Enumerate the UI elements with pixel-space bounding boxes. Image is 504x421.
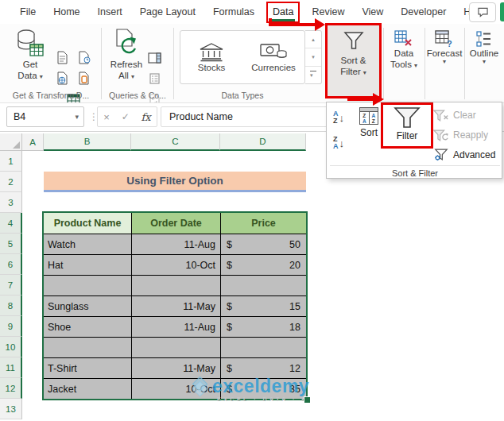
column-header-b[interactable]: B [44,133,131,151]
sort-filter-button[interactable]: Filter▾ [340,66,366,79]
column-header-c[interactable]: C [131,133,220,151]
product-cell[interactable]: Sunglass [44,295,131,316]
reapply-button[interactable]: Reapply [433,127,488,143]
column-header-a[interactable]: A [22,133,44,151]
excel-window: File Home Insert Page Layout Formulas Da… [0,0,504,421]
tab-file[interactable]: File [11,2,45,22]
bank-icon [199,42,224,63]
share-button-edge[interactable] [500,2,504,21]
queries-connections-icon[interactable] [148,52,161,64]
product-cell[interactable]: Hat [44,254,131,275]
price-cell[interactable]: $35 [220,378,306,399]
sort-button[interactable]: ZA AZ Sort [355,107,382,138]
get-data-button[interactable]: Get Data▾ [10,29,51,83]
row-header-12[interactable]: 12 [0,378,22,399]
product-cell[interactable] [44,337,131,357]
outline-button[interactable]: Outline ▾ [466,30,502,65]
comment-icon [477,7,489,17]
gallery-scroll-down[interactable]: ▾ [305,48,321,66]
row-header-11[interactable]: 11 [0,357,22,378]
advanced-button[interactable]: Advanced [433,147,495,163]
from-text-file-icon[interactable] [57,51,68,64]
header-cell-order-date[interactable]: Order Date [131,213,220,234]
row-header-4[interactable]: 4 [0,213,22,234]
chevron-down-icon[interactable]: ▾ [75,114,83,120]
tab-view[interactable]: View [353,2,392,22]
row-header-5[interactable]: 5 [0,234,22,254]
row-header-8[interactable]: 8 [0,295,22,316]
insert-function-icon[interactable]: fx [141,111,150,123]
name-box-value: B4 [7,111,75,122]
header-cell-price[interactable]: Price [220,213,306,234]
chevron-down-icon: ▾ [483,59,486,65]
column-header-d[interactable]: D [220,133,306,151]
date-cell[interactable]: 11-Aug [131,234,220,254]
panel-group-label: Sort & Filter [327,168,503,178]
product-cell[interactable]: Shoe [44,316,131,337]
clear-button[interactable]: Clear [433,107,476,123]
date-cell[interactable]: 11-May [131,357,220,378]
filter-button[interactable]: Filter [397,130,418,141]
currency-symbol: $ [227,363,232,374]
recent-sources-icon[interactable] [79,51,91,64]
name-box[interactable]: B4 ▾ [6,106,84,127]
row-header-1[interactable]: 1 [0,151,22,172]
product-cell[interactable]: T-Shirt [44,357,131,378]
tab-home[interactable]: Home [45,2,88,22]
stocks-data-type[interactable]: Stocks [180,31,242,83]
row-header-3[interactable]: 3 [0,192,22,213]
price-cell[interactable]: $20 [220,254,306,275]
stocks-label: Stocks [198,63,226,72]
currencies-data-type[interactable]: Currencies [242,31,304,83]
date-cell[interactable] [131,275,220,295]
enter-icon[interactable]: ✓ [122,111,130,122]
row-header-6[interactable]: 6 [0,254,22,275]
price-cell[interactable]: $15 [220,295,306,316]
tab-data[interactable]: Data [271,3,295,21]
row-header-2[interactable]: 2 [0,172,22,192]
gallery-scroll-strip: ▴ ▾ ▾ [305,30,322,84]
price-cell[interactable]: $50 [220,234,306,254]
tab-insert[interactable]: Insert [89,2,131,22]
row-header-9[interactable]: 9 [0,316,22,337]
cancel-icon[interactable]: × [103,111,110,123]
tab-formulas[interactable]: Formulas [204,2,263,22]
price-cell[interactable] [220,337,306,357]
date-cell[interactable]: 10-Oct [131,254,220,275]
from-web-icon[interactable] [57,71,68,85]
date-cell[interactable]: 10-Oct [131,378,220,399]
select-all-button[interactable] [0,133,22,151]
sheet-title-cell[interactable]: Using Filter Option [44,172,306,192]
date-cell[interactable]: 11-May [131,295,220,316]
tab-review[interactable]: Review [303,2,353,22]
row-header-10[interactable]: 10 [0,337,22,357]
tab-page-layout[interactable]: Page Layout [131,2,204,22]
date-cell[interactable] [131,337,220,357]
price-cell[interactable]: $18 [220,316,306,337]
date-cell[interactable]: 11-Aug [131,316,220,337]
row-header-13[interactable]: 13 [0,399,22,419]
sort-ascending-button[interactable]: AZ ↓ [333,110,344,125]
properties-icon[interactable] [149,73,160,84]
data-tools-button[interactable]: Data Tools▾ [385,30,423,71]
existing-connections-icon[interactable] [79,71,89,85]
sort-descending-button[interactable]: ZA ↓ [333,136,344,150]
annotation-arrow-1-head [315,18,325,31]
price-cell[interactable] [220,275,306,295]
gallery-more-button[interactable]: ▾ [305,67,321,83]
product-cell[interactable] [44,275,131,295]
gallery-scroll-up[interactable]: ▴ [305,31,321,48]
price-cell[interactable]: $12 [220,357,306,378]
fill-handle[interactable] [304,396,311,404]
advanced-label: Advanced [453,149,495,160]
comments-button[interactable] [469,2,496,22]
price-value: 50 [289,239,300,250]
row-header-7[interactable]: 7 [0,275,22,295]
product-cell[interactable]: Jacket [44,378,131,399]
chevron-down-icon: ▾ [443,59,446,65]
product-cell[interactable]: Watch [44,234,131,254]
tab-developer[interactable]: Developer [392,2,455,22]
header-cell-product-name[interactable]: Product Name [44,213,131,234]
refresh-all-button[interactable]: Refresh All▾ [106,29,147,83]
forecast-button[interactable]: ? Forecast ▾ [425,30,463,65]
